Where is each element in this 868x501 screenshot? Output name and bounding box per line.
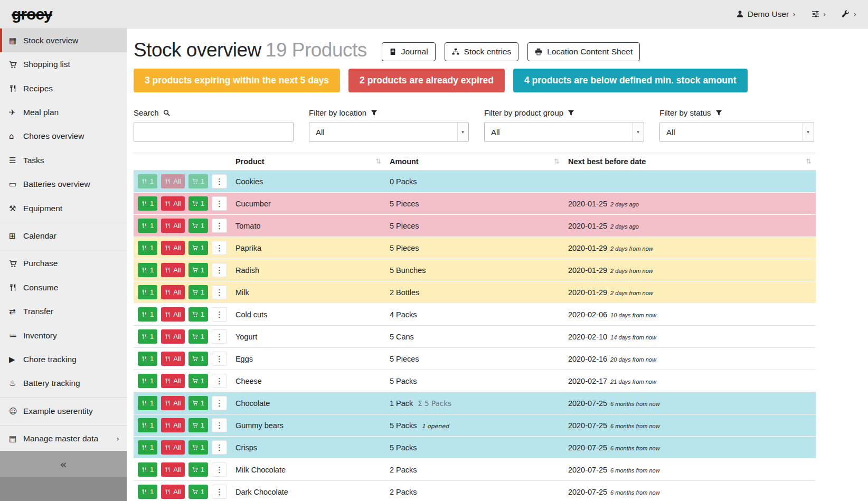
add-to-shopping-list-button[interactable]: 1 xyxy=(188,174,208,188)
row-menu-button[interactable]: ⋮ xyxy=(212,196,227,211)
product-name[interactable]: Tomato xyxy=(235,222,261,230)
consume-all-button[interactable]: All xyxy=(161,462,184,477)
row-menu-button[interactable]: ⋮ xyxy=(212,329,227,344)
product-name[interactable]: Paprika xyxy=(235,244,261,252)
add-to-shopping-list-button[interactable]: 1 xyxy=(188,485,208,499)
consume-one-button[interactable]: 1 xyxy=(138,241,157,255)
product-name[interactable]: Dark Chocolate xyxy=(235,488,288,496)
add-to-shopping-list-button[interactable]: 1 xyxy=(188,440,208,455)
consume-one-button[interactable]: 1 xyxy=(138,352,157,366)
admin-menu[interactable]: › xyxy=(842,10,856,18)
sidebar-item-shopping-list[interactable]: Shopping list xyxy=(0,52,127,76)
location-content-sheet-button[interactable]: Location Content Sheet xyxy=(527,42,640,61)
consume-one-button[interactable]: 1 xyxy=(138,462,157,477)
add-to-shopping-list-button[interactable]: 1 xyxy=(188,307,208,322)
product-group-filter-select[interactable]: All ▾ xyxy=(484,122,644,142)
sidebar-item-inventory[interactable]: ≔ Inventory xyxy=(0,324,127,347)
settings-menu[interactable]: › xyxy=(812,10,826,18)
alert-below-min-stock[interactable]: 4 products are below defined min. stock … xyxy=(513,69,748,92)
add-to-shopping-list-button[interactable]: 1 xyxy=(188,219,208,233)
consume-all-button[interactable]: All xyxy=(161,374,184,388)
consume-all-button[interactable]: All xyxy=(161,352,184,366)
location-filter-select[interactable]: All ▾ xyxy=(309,122,469,142)
product-name[interactable]: Cheese xyxy=(235,377,262,385)
status-filter-select[interactable]: All ▾ xyxy=(659,122,814,142)
consume-all-button[interactable]: All xyxy=(161,418,184,432)
consume-one-button[interactable]: 1 xyxy=(138,174,157,188)
consume-all-button[interactable]: All xyxy=(161,307,184,322)
consume-one-button[interactable]: 1 xyxy=(138,329,157,344)
add-to-shopping-list-button[interactable]: 1 xyxy=(188,462,208,477)
product-name[interactable]: Gummy bears xyxy=(235,421,284,430)
consume-all-button[interactable]: All xyxy=(161,440,184,455)
consume-all-button[interactable]: All xyxy=(161,196,184,211)
add-to-shopping-list-button[interactable]: 1 xyxy=(188,196,208,211)
row-menu-button[interactable]: ⋮ xyxy=(212,374,227,388)
add-to-shopping-list-button[interactable]: 1 xyxy=(188,396,208,410)
alert-expiring[interactable]: 3 products expiring within the next 5 da… xyxy=(134,69,340,92)
consume-all-button[interactable]: All xyxy=(161,396,184,410)
consume-all-button[interactable]: All xyxy=(161,329,184,344)
row-menu-button[interactable]: ⋮ xyxy=(212,307,227,322)
grocy-logo[interactable]: grocy xyxy=(12,5,52,23)
product-name[interactable]: Milk Chocolate xyxy=(235,466,286,474)
sidebar-item-calendar[interactable]: ⊞ Calendar xyxy=(0,224,127,248)
sort-icon[interactable]: ⇅ xyxy=(375,157,381,165)
sidebar-item-purchase[interactable]: Purchase xyxy=(0,252,127,276)
sidebar-item-chores-overview[interactable]: ⌂ Chores overview xyxy=(0,125,127,148)
sidebar-item-equipment[interactable]: ⚒ Equipment xyxy=(0,196,127,220)
add-to-shopping-list-button[interactable]: 1 xyxy=(188,418,208,432)
product-name[interactable]: Chocolate xyxy=(235,399,270,408)
row-menu-button[interactable]: ⋮ xyxy=(212,285,227,299)
consume-one-button[interactable]: 1 xyxy=(138,285,157,299)
add-to-shopping-list-button[interactable]: 1 xyxy=(188,263,208,277)
consume-one-button[interactable]: 1 xyxy=(138,396,157,410)
row-menu-button[interactable]: ⋮ xyxy=(212,219,227,233)
stock-entries-button[interactable]: Stock entries xyxy=(445,42,519,61)
consume-one-button[interactable]: 1 xyxy=(138,196,157,211)
journal-button[interactable]: Journal xyxy=(382,42,436,61)
product-name[interactable]: Yogurt xyxy=(235,333,257,341)
sidebar-item-tasks[interactable]: ☰ Tasks xyxy=(0,148,127,172)
sidebar-item-chore-tracking[interactable]: ▶ Chore tracking xyxy=(0,347,127,371)
add-to-shopping-list-button[interactable]: 1 xyxy=(188,374,208,388)
add-to-shopping-list-button[interactable]: 1 xyxy=(188,329,208,344)
product-name[interactable]: Milk xyxy=(235,288,249,297)
sidebar-item-manage-master-data[interactable]: ▤ Manage master data › xyxy=(0,427,127,451)
sidebar-collapse-button[interactable]: « xyxy=(0,451,127,477)
row-menu-button[interactable]: ⋮ xyxy=(212,396,227,410)
search-input[interactable] xyxy=(134,122,294,142)
consume-one-button[interactable]: 1 xyxy=(138,374,157,388)
row-menu-button[interactable]: ⋮ xyxy=(212,485,227,499)
product-column-header[interactable]: Product⇅ xyxy=(231,153,385,171)
consume-one-button[interactable]: 1 xyxy=(138,219,157,233)
add-to-shopping-list-button[interactable]: 1 xyxy=(188,285,208,299)
sidebar-item-batteries-overview[interactable]: ▭ Batteries overview xyxy=(0,172,127,196)
sidebar-item-battery-tracking[interactable]: ♨ Battery tracking xyxy=(0,372,127,395)
product-name[interactable]: Radish xyxy=(235,266,259,275)
amount-column-header[interactable]: Amount⇅ xyxy=(385,153,564,171)
consume-one-button[interactable]: 1 xyxy=(138,485,157,499)
alert-expired[interactable]: 2 products are already expired xyxy=(348,69,505,92)
consume-all-button[interactable]: All xyxy=(161,241,184,255)
consume-all-button[interactable]: All xyxy=(161,174,184,188)
consume-one-button[interactable]: 1 xyxy=(138,440,157,455)
product-name[interactable]: Cookies xyxy=(235,177,263,186)
row-menu-button[interactable]: ⋮ xyxy=(212,418,227,432)
row-menu-button[interactable]: ⋮ xyxy=(212,462,227,477)
consume-all-button[interactable]: All xyxy=(161,485,184,499)
consume-all-button[interactable]: All xyxy=(161,219,184,233)
row-menu-button[interactable]: ⋮ xyxy=(212,174,227,188)
product-name[interactable]: Eggs xyxy=(235,355,253,363)
sidebar-item-consume[interactable]: Consume xyxy=(0,276,127,299)
consume-all-button[interactable]: All xyxy=(161,285,184,299)
best-before-column-header[interactable]: Next best before date⇅ xyxy=(564,153,816,171)
sort-icon[interactable]: ⇅ xyxy=(554,157,560,165)
row-menu-button[interactable]: ⋮ xyxy=(212,352,227,366)
sidebar-item-stock-overview[interactable]: ▦ Stock overview xyxy=(0,29,127,52)
row-menu-button[interactable]: ⋮ xyxy=(212,263,227,277)
row-menu-button[interactable]: ⋮ xyxy=(212,440,227,455)
product-name[interactable]: Crisps xyxy=(235,443,257,452)
sidebar-item-meal-plan[interactable]: ✈ Meal plan xyxy=(0,100,127,124)
row-menu-button[interactable]: ⋮ xyxy=(212,241,227,255)
